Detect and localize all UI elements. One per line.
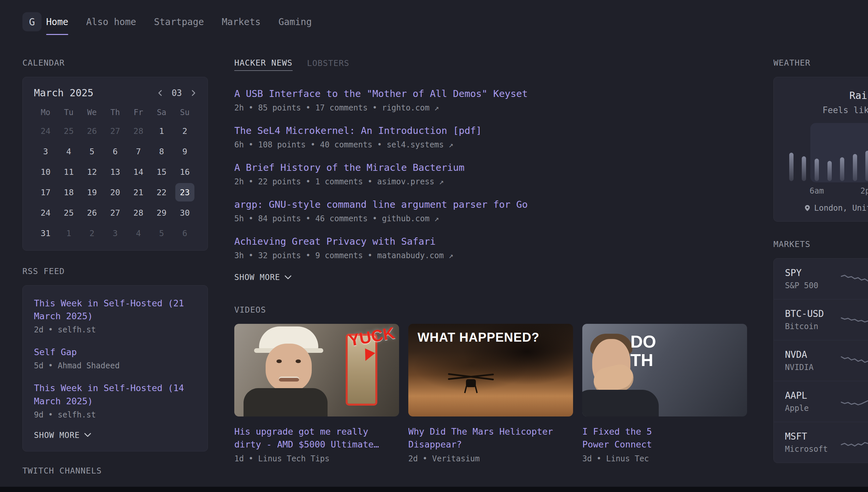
video-card[interactable]: WHAT HAPPENED? Why Did The Mars Helicopt…: [408, 324, 573, 463]
calendar-month-number: 03: [172, 88, 182, 98]
calendar-day: 8: [150, 142, 173, 161]
weather-bar-slot: [823, 161, 836, 181]
calendar-next-button[interactable]: [190, 89, 196, 97]
news-title-link[interactable]: Achieving Great Privacy with Safari: [234, 236, 436, 247]
video-title[interactable]: I Fixed the 5 Power Connect: [582, 425, 747, 451]
face-shape: [266, 344, 312, 391]
nav-tab[interactable]: Markets: [222, 0, 261, 44]
market-row[interactable]: MSFT Microsoft +1.14% $391.26: [774, 422, 868, 463]
weather-condition: Rain: [785, 90, 868, 101]
video-title-line: Disappear?: [408, 438, 573, 451]
market-sparkline: [834, 353, 868, 369]
rss-title-link[interactable]: This Week in Self-Hosted (21 March 2025): [34, 298, 184, 321]
weather-axis-label: 2pm: [861, 186, 868, 196]
eye-shape: [277, 360, 282, 363]
nav-tab[interactable]: Home: [46, 0, 68, 44]
weather-section-title: WEATHER: [773, 58, 868, 68]
video-title[interactable]: His upgrade got me really dirty - AMD $5…: [234, 425, 399, 451]
markets-card: SPY S&P 500 -0.27% $563.98: [773, 258, 868, 463]
rss-item: This Week in Self-Hosted (21 March 2025)…: [34, 297, 196, 335]
market-name: NVIDIA: [785, 363, 834, 372]
thumbnail-overlay-text: DO TH: [630, 333, 656, 369]
calendar-section-title: CALENDAR: [22, 58, 208, 68]
rss-show-more-button[interactable]: SHOW MORE: [34, 430, 91, 440]
market-sparkline: [834, 435, 868, 450]
calendar-day: 1: [150, 122, 173, 140]
nav-tab[interactable]: Startpage: [154, 0, 204, 44]
news-meta: 6h • 108 points • 40 comments • sel4.sys…: [234, 140, 747, 149]
calendar-day: 11: [57, 163, 80, 181]
nav-tab[interactable]: Gaming: [279, 0, 312, 44]
video-meta: 1d • Linus Tech Tips: [234, 454, 399, 463]
calendar-card: March 2025 03 MoTuWeThFrSaSu: [22, 77, 208, 251]
news-title-link[interactable]: argp: GNU-style command line argument pa…: [234, 199, 528, 210]
torso-shape: [243, 388, 327, 417]
weather-feels-like: Feels like 11°C: [785, 105, 868, 115]
market-sparkline: [834, 394, 868, 410]
market-symbol: NVDA: [785, 349, 834, 360]
news-title-link[interactable]: A Brief History of the Miracle Bacterium: [234, 162, 464, 173]
weather-bar: [827, 161, 832, 181]
weather-bar: [865, 151, 868, 181]
rss-title-link[interactable]: Self Gap: [34, 347, 77, 357]
video-card[interactable]: YUCK His upgrade got me really dirty - A…: [234, 324, 399, 463]
show-more-label: SHOW MORE: [34, 430, 80, 440]
calendar-day: 4: [127, 224, 150, 242]
calendar-day: 20: [103, 183, 127, 201]
market-name: S&P 500: [785, 281, 834, 290]
calendar-day: 22: [150, 183, 173, 201]
news-show-more-button[interactable]: SHOW MORE: [234, 273, 291, 282]
calendar-day: 15: [150, 163, 173, 181]
weather-bars: [785, 138, 868, 181]
market-row[interactable]: SPY S&P 500 -0.27% $563.98: [774, 259, 868, 299]
news-item: The SeL4 Microkernel: An Introduction [p…: [234, 125, 747, 149]
calendar-day: 23: [175, 183, 194, 201]
market-row[interactable]: AAPL Apple +1.95% $218.27: [774, 381, 868, 422]
video-title[interactable]: Why Did The Mars Helicopter Disappear?: [408, 425, 573, 451]
video-thumbnail[interactable]: YUCK: [234, 324, 399, 417]
calendar-day: 24: [34, 203, 57, 222]
calendar-day: 2: [80, 224, 103, 242]
calendar-day: 6: [103, 142, 127, 161]
rss-title-link[interactable]: This Week in Self-Hosted (14 March 2025): [34, 383, 184, 406]
calendar-day: 3: [34, 142, 57, 161]
calendar-prev-button[interactable]: [157, 89, 164, 97]
app-logo[interactable]: G: [22, 12, 42, 31]
thumbnail-overlay-text: WHAT HAPPENED?: [418, 330, 540, 345]
calendar-month-label: March 2025: [34, 87, 94, 99]
video-title-line: Why Did The Mars Helicopter: [408, 425, 573, 438]
weather-bar: [840, 157, 844, 181]
weather-axis: 6am2pm10pm: [785, 186, 868, 196]
calendar-day: 17: [34, 183, 57, 201]
calendar-day: 21: [127, 183, 150, 201]
news-tab[interactable]: HACKER NEWS: [234, 58, 293, 71]
calendar-day: 5: [80, 142, 103, 161]
market-row[interactable]: BTC-USD Bitcoin +1.39% $84,999.29: [774, 299, 868, 340]
weather-bar-slot: [836, 157, 848, 181]
twitch-section-title: TWITCH CHANNELS: [22, 466, 208, 475]
calendar-day: 5: [150, 224, 173, 242]
rss-card: This Week in Self-Hosted (21 March 2025)…: [22, 285, 208, 451]
news-title-link[interactable]: The SeL4 Microkernel: An Introduction [p…: [234, 125, 482, 136]
calendar-day: 27: [103, 203, 127, 222]
video-card[interactable]: DO TH I Fixed the 5 Power Connect 3d • L…: [582, 324, 747, 463]
video-thumbnail[interactable]: DO TH: [582, 324, 747, 417]
calendar-dow-label: Tu: [57, 108, 80, 117]
calendar-header: March 2025 03: [34, 87, 196, 99]
weather-bar: [789, 153, 793, 181]
market-symbol: SPY: [785, 267, 834, 278]
weather-card: Rain Feels like 11°C 12° 6am2pm10pm Lond…: [773, 77, 868, 222]
news-item: Achieving Great Privacy with Safari 3h •…: [234, 236, 747, 260]
nav-tab[interactable]: Also home: [86, 0, 136, 44]
right-column: WEATHER Rain Feels like 11°C 12° 6am2pm1…: [773, 58, 868, 463]
video-thumbnail[interactable]: WHAT HAPPENED?: [408, 324, 573, 417]
news-tab[interactable]: LOBSTERS: [307, 58, 349, 71]
rss-section-title: RSS FEED: [22, 267, 208, 276]
calendar-day: 26: [80, 203, 103, 222]
weather-location-label: London, United Kingdom: [814, 203, 868, 213]
market-row[interactable]: NVDA NVIDIA -0.70% $117.70: [774, 340, 868, 381]
market-name: Microsoft: [785, 444, 834, 454]
calendar-day: 29: [150, 203, 173, 222]
calendar-dow-label: Mo: [34, 108, 57, 117]
news-title-link[interactable]: A USB Interface to the "Mother of All De…: [234, 88, 528, 99]
